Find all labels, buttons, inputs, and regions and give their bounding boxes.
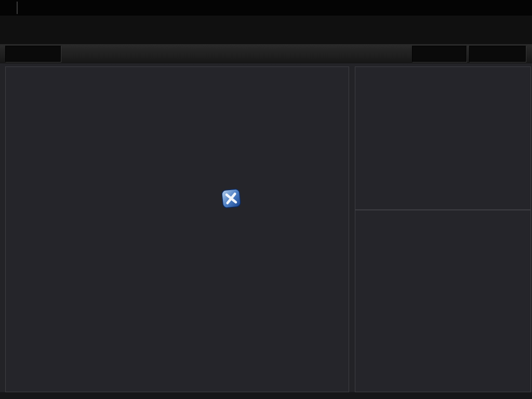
bottom-strip	[0, 392, 532, 399]
topbar-divider	[17, 2, 18, 14]
qflash-button[interactable]	[469, 46, 526, 62]
settings-panel	[5, 66, 349, 392]
top-bar	[0, 0, 532, 16]
key-legend-panel	[355, 210, 531, 392]
item-help-panel	[355, 66, 531, 210]
language-button[interactable]	[412, 46, 467, 62]
tab-strip	[0, 16, 532, 44]
back-button[interactable]	[5, 46, 61, 62]
toolbar-strip	[0, 44, 532, 63]
